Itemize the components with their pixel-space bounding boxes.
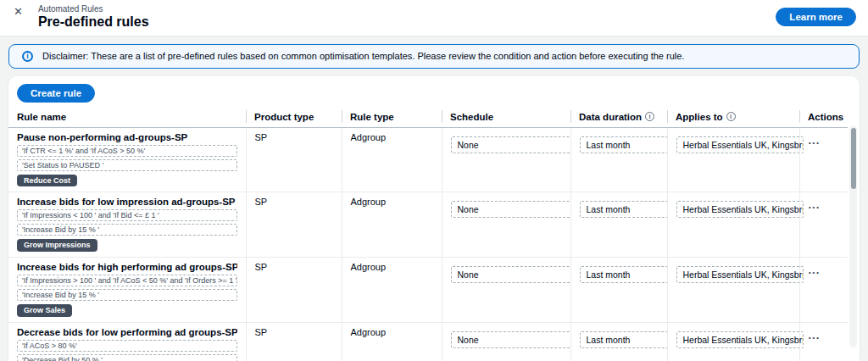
applies-to-field[interactable]: Herbal Essentials UK, KingsbridgeCh... [676,266,804,283]
rule-action: 'Set Status to PAUSED ' [17,159,237,171]
table-header-row: Rule name Product type Rule type Schedul… [8,109,848,128]
data-duration-field[interactable]: Last month [580,201,668,218]
column-header-data-duration: Data durationi [570,109,667,128]
rule-name: Increase bids for high performing ad gro… [17,262,237,272]
disclaimer-text: Disclaimer: These are a list of pre-defi… [42,51,684,61]
product-type-cell: SP [246,322,342,361]
table-scrollbar[interactable] [849,125,857,347]
table-row: Pause non-performing ad-groups-SP 'If CT… [8,127,848,192]
row-actions-menu-button[interactable]: ... [809,264,821,275]
page-content: i Disclaimer: These are a list of pre-de… [0,36,868,361]
schedule-field[interactable]: None [451,136,571,153]
applies-to-field[interactable]: Herbal Essentials UK, KingsbridgeCh... [676,331,804,348]
rules-table: Rule name Product type Rule type Schedul… [8,109,848,361]
column-header-rule-name: Rule name [8,109,246,128]
applies-to-field[interactable]: Herbal Essentials UK, KingsbridgeCh... [676,136,804,153]
rule-condition: 'If Impressions < 100 ' and 'If Bid <= £… [17,209,237,221]
rule-type-cell: Adgroup [342,322,442,361]
column-header-product-type: Product type [246,109,342,128]
create-rule-button[interactable]: Create rule [17,84,95,103]
rule-name: Pause non-performing ad-groups-SP [17,132,237,142]
schedule-field[interactable]: None [451,201,571,218]
learn-more-button[interactable]: Learn more [776,8,856,26]
product-type-cell: SP [246,258,342,323]
info-icon: i [22,51,33,62]
data-duration-field[interactable]: Last month [580,331,668,348]
rule-name: Decrease bids for low performing ad grou… [17,327,237,337]
info-icon[interactable]: i [726,112,736,121]
table-row: Decrease bids for low performing ad grou… [8,322,848,361]
disclaimer-banner: i Disclaimer: These are a list of pre-de… [8,44,860,69]
table-row: Increase bids for low impression ad-grou… [8,192,848,258]
page-header: ✕ Automated Rules Pre-defined rules Lear… [0,0,868,36]
product-type-cell: SP [246,127,342,192]
scrollbar-thumb[interactable] [851,128,856,189]
row-actions-menu-button[interactable]: ... [809,199,821,210]
data-duration-field[interactable]: Last month [580,266,668,283]
row-actions-menu-button[interactable]: ... [809,135,821,146]
rule-action: 'Increase Bid by 15 % ' [17,289,237,301]
column-header-actions: Actions [799,109,848,128]
info-icon[interactable]: i [645,112,654,121]
rule-action: 'Increase Bid by 15 % ' [17,224,237,236]
rule-condition: 'If ACoS > 80 %' [17,340,237,352]
rule-type-cell: Adgroup [342,127,442,192]
rule-goal-badge: Grow Sales [17,304,72,317]
close-icon[interactable]: ✕ [14,6,23,17]
column-header-rule-type: Rule type [342,109,442,128]
rule-condition: 'If CTR <= 1 %' and 'If ACoS > 50 %' [17,145,237,157]
page-title: Pre-defined rules [38,14,149,30]
column-header-applies-to: Applies toi [667,109,799,128]
column-header-schedule: Schedule [442,109,570,128]
rule-action: 'Decrease Bid by 50 % ' [17,354,237,361]
rule-condition: 'If Impressions > 100 ' and 'If ACoS < 5… [17,275,237,286]
product-type-cell: SP [246,192,342,258]
breadcrumb: Automated Rules [38,4,149,14]
rule-type-cell: Adgroup [342,258,442,323]
row-actions-menu-button[interactable]: ... [809,330,821,341]
applies-to-field[interactable]: Herbal Essentials UK, KingsbridgeCh... [676,201,804,218]
rules-panel: Create rule Rule name Product type Rule … [8,76,860,361]
rule-goal-badge: Reduce Cost [17,175,77,187]
schedule-field[interactable]: None [451,331,571,348]
rule-goal-badge: Grow Impressions [17,239,97,252]
rule-name: Increase bids for low impression ad-grou… [17,197,237,207]
data-duration-field[interactable]: Last month [580,136,668,153]
schedule-field[interactable]: None [451,266,571,283]
rule-type-cell: Adgroup [342,192,442,258]
table-row: Increase bids for high performing ad gro… [8,258,848,323]
title-block: Automated Rules Pre-defined rules [38,4,149,30]
